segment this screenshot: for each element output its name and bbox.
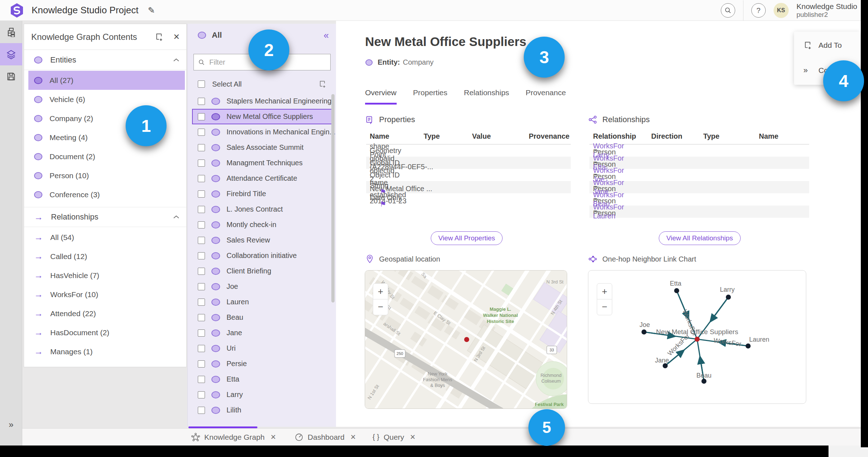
relationship-type-item[interactable]: → HasVehicle (7): [28, 266, 185, 285]
node-joe[interactable]: [641, 329, 647, 334]
item-checkbox[interactable]: [198, 237, 205, 244]
table-row[interactable]: WorksFor ← Person Lauren: [589, 206, 809, 218]
item-checkbox[interactable]: [198, 221, 205, 228]
entity-instance-item[interactable]: New Metal Office Suppliers: [192, 109, 333, 124]
item-checkbox[interactable]: [198, 160, 205, 167]
entity-instance-item[interactable]: Persie: [192, 356, 333, 371]
collapse-panel-icon[interactable]: «: [324, 30, 329, 41]
item-checkbox[interactable]: [198, 283, 205, 290]
entity-instance-item[interactable]: Collaboration initiative: [192, 248, 333, 263]
one-hop-link-chart[interactable]: Etta Larry Joe Lauren Jane Beau New Meta…: [588, 271, 806, 404]
relationship-type-item[interactable]: → HasDocument (2): [28, 323, 185, 342]
entity-instance-item[interactable]: Montly check-in: [192, 217, 333, 232]
menu-item-add-to[interactable]: Add To: [794, 34, 860, 57]
tab-knowledge-graph[interactable]: Knowledge Graph ✕: [191, 433, 276, 442]
node-center[interactable]: [695, 337, 700, 342]
expand-rail-button[interactable]: »: [0, 420, 22, 430]
rail-item-layers[interactable]: [0, 43, 22, 65]
entities-section-header[interactable]: Entities: [24, 50, 186, 70]
item-checkbox[interactable]: [198, 98, 205, 105]
node-lauren[interactable]: [746, 343, 751, 348]
entity-instance-item[interactable]: Lauren: [192, 294, 333, 310]
related-entity-link[interactable]: Lauren: [589, 212, 809, 220]
entity-instance-item[interactable]: Uri: [192, 341, 333, 356]
item-checkbox[interactable]: [198, 144, 205, 151]
entity-instance-item[interactable]: Staplers Mechanical Engineering: [192, 93, 333, 109]
tab-relationships[interactable]: Relationships: [464, 88, 509, 105]
entity-instance-item[interactable]: Joe: [192, 279, 333, 294]
entity-instance-item[interactable]: Client Briefing: [192, 263, 333, 279]
entity-type-item[interactable]: Document (2): [28, 147, 185, 166]
zoom-in-button[interactable]: +: [602, 286, 607, 297]
user-info[interactable]: Knowledge Studio publisher2: [797, 2, 857, 19]
rail-item-schema[interactable]: [0, 21, 22, 43]
item-checkbox[interactable]: [198, 376, 205, 383]
node-larry[interactable]: [726, 295, 731, 300]
view-all-properties-button[interactable]: View All Properties: [431, 231, 503, 245]
close-tab-icon[interactable]: ✕: [350, 433, 356, 441]
zoom-in-button[interactable]: +: [378, 286, 383, 297]
item-checkbox[interactable]: [198, 268, 205, 275]
entity-type-item[interactable]: Conference (3): [28, 185, 185, 204]
item-checkbox[interactable]: [198, 206, 205, 213]
item-checkbox[interactable]: [198, 252, 205, 259]
tab-overview[interactable]: Overview: [365, 88, 397, 105]
chevron-up-icon[interactable]: [173, 58, 180, 62]
entity-instance-item[interactable]: Beau: [192, 310, 333, 325]
relationship-type-item[interactable]: → WorksFor (10): [28, 285, 185, 304]
entity-instance-item[interactable]: Sales Associate Summit: [192, 140, 333, 155]
entity-type-item[interactable]: Person (10): [28, 166, 185, 185]
item-checkbox[interactable]: [198, 299, 205, 306]
node-jane[interactable]: [663, 363, 668, 368]
item-checkbox[interactable]: [198, 175, 205, 182]
select-all-checkbox[interactable]: [198, 80, 205, 88]
relationship-type-item[interactable]: → Manages (1): [28, 342, 185, 361]
entity-instance-item[interactable]: Lilith: [192, 402, 333, 418]
close-tab-icon[interactable]: ✕: [410, 433, 416, 441]
scrollbar[interactable]: [331, 94, 335, 303]
relationship-type-item[interactable]: → Attended (22): [28, 304, 185, 323]
search-button[interactable]: [721, 3, 735, 18]
relationship-type-item[interactable]: → All (54): [28, 228, 185, 247]
view-all-relationships-button[interactable]: View All Relationships: [659, 231, 741, 245]
node-beau[interactable]: [701, 379, 706, 384]
item-checkbox[interactable]: [198, 407, 205, 414]
rail-item-save[interactable]: [0, 65, 22, 88]
edit-title-icon[interactable]: ✎: [148, 5, 155, 15]
entity-type-item[interactable]: All (27): [28, 71, 185, 90]
entity-type-item[interactable]: Vehicle (6): [28, 90, 185, 109]
tab-query[interactable]: { } Query ✕: [373, 433, 416, 442]
item-checkbox[interactable]: [198, 391, 205, 398]
entity-instance-item[interactable]: Jane: [192, 325, 333, 341]
item-checkbox[interactable]: [198, 190, 205, 198]
item-checkbox[interactable]: [198, 314, 205, 321]
item-checkbox[interactable]: [198, 360, 205, 368]
avatar[interactable]: KS: [774, 3, 789, 18]
entity-instance-item[interactable]: Firebird Title: [192, 186, 333, 202]
tab-dashboard[interactable]: Dashboard ✕: [295, 433, 356, 442]
table-row[interactable]: established Date Only 2014-01-23 ⚑: [366, 193, 571, 206]
help-button[interactable]: ?: [751, 3, 766, 18]
close-panel-button[interactable]: ✕: [173, 32, 180, 42]
item-checkbox[interactable]: [198, 129, 205, 136]
item-checkbox[interactable]: [198, 329, 205, 337]
provenance-flag-icon[interactable]: ⚑: [370, 200, 386, 208]
close-tab-icon[interactable]: ✕: [270, 433, 276, 441]
add-selection-button[interactable]: [318, 80, 327, 88]
tab-provenance[interactable]: Provenance: [526, 88, 566, 105]
entity-instance-item[interactable]: L. Jones Contract: [192, 202, 333, 217]
tab-properties[interactable]: Properties: [413, 88, 448, 105]
relationship-type-item[interactable]: → Called (12): [28, 247, 185, 266]
entity-instance-item[interactable]: Attendance Certificate: [192, 171, 333, 186]
node-etta[interactable]: [674, 288, 679, 293]
entity-instance-item[interactable]: Etta: [192, 371, 333, 387]
item-checkbox[interactable]: [198, 345, 205, 352]
zoom-out-button[interactable]: −: [602, 301, 607, 312]
add-content-button[interactable]: [155, 32, 164, 42]
item-checkbox[interactable]: [198, 113, 205, 120]
chevron-up-icon[interactable]: [173, 215, 180, 219]
zoom-out-button[interactable]: −: [378, 301, 383, 312]
entity-instance-item[interactable]: Managment Techniques: [192, 155, 333, 171]
relationships-section-header[interactable]: → Relationships: [24, 207, 186, 227]
entity-instance-item[interactable]: Innovations in Mechanical Engin...: [192, 124, 333, 140]
